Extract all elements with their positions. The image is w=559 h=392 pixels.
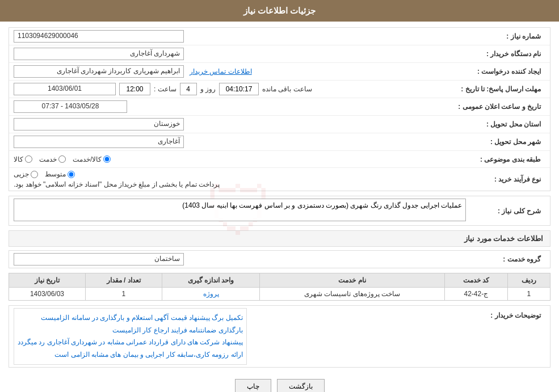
buyer-org-value-cell: شهرداری آغاجاری [14, 48, 466, 60]
category-kala-khadamat-option[interactable]: کالا/خدمت [73, 155, 111, 163]
need-desc-textarea[interactable] [14, 199, 466, 221]
buyer-desc-row: توضیحات خریدار : تکمیل برگ پیشنهاد قیمت … [9, 305, 550, 368]
buyer-org-input: شهرداری آغاجاری [14, 48, 184, 60]
city-row: شهر محل تحویل : آغاجاری [9, 133, 550, 151]
cell-unit: پروژه [162, 288, 260, 301]
category-kala-khadamat-radio[interactable] [103, 155, 111, 163]
need-number-value-cell: 1103094629000046 [14, 30, 466, 43]
print-button[interactable]: چاپ [235, 379, 271, 392]
col-qty: تعداد / مقدار [85, 273, 162, 288]
col-date: تاریخ نیاز [9, 273, 86, 288]
deadline-days-input [180, 83, 197, 95]
days-label: روز و [200, 85, 216, 93]
col-row: ردیف [507, 273, 550, 288]
need-number-label: شماره نیاز : [466, 32, 545, 40]
service-group-label: گروه خدمت : [466, 255, 545, 263]
created-by-value-cell: اطلاعات تماس خریدار ابراهیم شهریاری کارب… [14, 65, 466, 78]
category-kala-radio[interactable] [25, 155, 32, 163]
created-by-row: ایجاد کننده درخواست : اطلاعات تماس خریدا… [9, 63, 550, 81]
buyer-notes: تکمیل برگ پیشنهاد قیمت آگهی استعلام و با… [14, 308, 247, 365]
province-row: استان محل تحویل : خوزستان [9, 116, 550, 133]
buyer-org-row: نام دستگاه خریدار : شهرداری آغاجاری [9, 45, 550, 63]
service-group-row: گروه خدمت : ساختمان [9, 250, 550, 268]
contact-link[interactable]: اطلاعات تماس خریدار [190, 68, 252, 75]
announce-value-input: 1403/05/28 - 07:37 [14, 100, 127, 113]
col-unit: واحد اندازه گیری [162, 273, 260, 288]
category-khadamat-radio[interactable] [58, 155, 66, 163]
page-header: جزئیات اطلاعات نیاز [0, 0, 559, 22]
cell-code: ج-42-42 [444, 288, 507, 301]
purchase-jozvi-radio[interactable] [31, 171, 38, 178]
buyer-desc-value-cell: تکمیل برگ پیشنهاد قیمت آگهی استعلام و با… [14, 308, 466, 365]
need-desc-container: 🛡 [14, 199, 466, 223]
deadline-row: مهلت ارسال پاسخ: تا تاریخ : ساعت باقی ما… [9, 81, 550, 98]
province-input: خوزستان [14, 118, 184, 130]
time-label: ساعت : [154, 85, 176, 93]
need-number-row: شماره نیاز : 1103094629000046 [9, 28, 550, 45]
service-group-value-cell: ساختمان [14, 253, 466, 265]
buyer-note-4: ارائه رزومه کاری،سابقه کار اجرایی و بیما… [18, 349, 243, 361]
need-desc-row: شرح کلی نیاز : 🛡 [9, 196, 550, 226]
purchase-type-label: نوع فرآیند خرید : [466, 175, 545, 183]
category-khadamat-label: خدمت [39, 155, 57, 163]
need-desc-label: شرح کلی نیاز : [466, 207, 545, 215]
category-khadamat-option[interactable]: خدمت [39, 155, 66, 163]
deadline-datetime: ساعت باقی مانده روز و ساعت : 1403/06/01 [14, 83, 312, 95]
purchase-type-row: نوع فرآیند خرید : متوسط جزیی پرداخت تمام… [9, 168, 550, 191]
page-container: جزئیات اطلاعات نیاز شماره نیاز : 1103094… [0, 0, 559, 392]
purchase-motavasset-radio[interactable] [68, 171, 75, 178]
buyer-desc-label: توضیحات خریدار : [466, 308, 545, 319]
cell-qty: 1 [85, 288, 162, 301]
created-by-label: ایجاد کننده درخواست : [466, 68, 545, 75]
province-value-cell: خوزستان [14, 118, 466, 130]
page-title: جزئیات اطلاعات نیاز [243, 6, 316, 15]
category-radio-group: کالا/خدمت خدمت کالا [14, 155, 111, 163]
col-code: کد خدمت [444, 273, 507, 288]
main-form-section: شماره نیاز : 1103094629000046 نام دستگاه… [9, 27, 550, 191]
remain-time-input [219, 83, 259, 95]
button-row: بازگشت چاپ [9, 372, 550, 392]
table-row: 1 ج-42-42 ساخت پروژه‌های تاسیسات شهری پر… [9, 288, 550, 301]
table-header-row: ردیف کد خدمت نام خدمت واحد اندازه گیری ت… [9, 273, 550, 288]
purchase-motavasset-label: متوسط [45, 170, 66, 178]
deadline-value-cell: ساعت باقی مانده روز و ساعت : 1403/06/01 [14, 83, 461, 95]
city-value-cell: آغاجاری [14, 136, 466, 148]
province-label: استان محل تحویل : [466, 120, 545, 128]
purchase-radio-group: متوسط جزیی [14, 170, 75, 178]
created-by-input: ابراهیم شهریاری کاربرداز شهرداری آغاجاری [14, 65, 184, 78]
services-table: ردیف کد خدمت نام خدمت واحد اندازه گیری ت… [9, 273, 550, 301]
category-kala-khadamat-label: کالا/خدمت [73, 155, 102, 163]
remain-label: ساعت باقی مانده [262, 85, 312, 93]
announce-row: تاریخ و ساعت اعلان عمومی : 1403/05/28 - … [9, 98, 550, 116]
city-label: شهر محل تحویل : [466, 138, 545, 146]
main-content: شماره نیاز : 1103094629000046 نام دستگاه… [0, 22, 559, 392]
watermark-area: 🛡 [14, 199, 466, 223]
buyer-note-1: تکمیل برگ پیشنهاد قیمت آگهی استعلام و با… [18, 312, 243, 324]
cell-date: 1403/06/03 [9, 288, 86, 301]
category-kala-label: کالا [14, 155, 23, 163]
purchase-type-value-cell: متوسط جزیی پرداخت تمام یا بخشی از مبلغ خ… [14, 170, 466, 188]
category-kala-option[interactable]: کالا [14, 155, 32, 163]
purchase-motavasset-option[interactable]: متوسط [45, 170, 75, 178]
buyer-note-3: پیشنهاد شرکت های دارای قرارداد عمرانی مش… [18, 336, 243, 349]
deadline-date-input: 1403/06/01 [14, 83, 116, 95]
deadline-label: مهلت ارسال پاسخ: تا تاریخ : [461, 85, 545, 93]
services-section-title: اطلاعات خدمات مورد نیاز [9, 230, 550, 247]
city-input: آغاجاری [14, 136, 184, 148]
service-group-input: ساختمان [14, 253, 184, 265]
purchase-jozvi-option[interactable]: جزیی [14, 170, 38, 178]
category-value-cell: کالا/خدمت خدمت کالا [14, 155, 466, 163]
announce-value-cell: 1403/05/28 - 07:37 [14, 100, 458, 113]
cell-row: 1 [507, 288, 550, 301]
category-label: طبقه بندی موضوعی : [466, 155, 545, 163]
back-button[interactable]: بازگشت [277, 379, 325, 392]
category-row: طبقه بندی موضوعی : کالا/خدمت خدمت [9, 151, 550, 168]
buyer-org-label: نام دستگاه خریدار : [466, 50, 545, 58]
deadline-time-input [119, 83, 150, 95]
announce-label: تاریخ و ساعت اعلان عمومی : [458, 103, 545, 111]
col-name: نام خدمت [260, 273, 445, 288]
purchase-note: پرداخت تمام یا بخشی از مبلغ خریداز محل "… [14, 180, 220, 188]
need-number-input[interactable]: 1103094629000046 [14, 30, 184, 43]
cell-name: ساخت پروژه‌های تاسیسات شهری [260, 288, 445, 301]
buyer-note-2: بارگذاری ضمانتنامه فرایند ارجاع کار الزا… [18, 324, 243, 337]
